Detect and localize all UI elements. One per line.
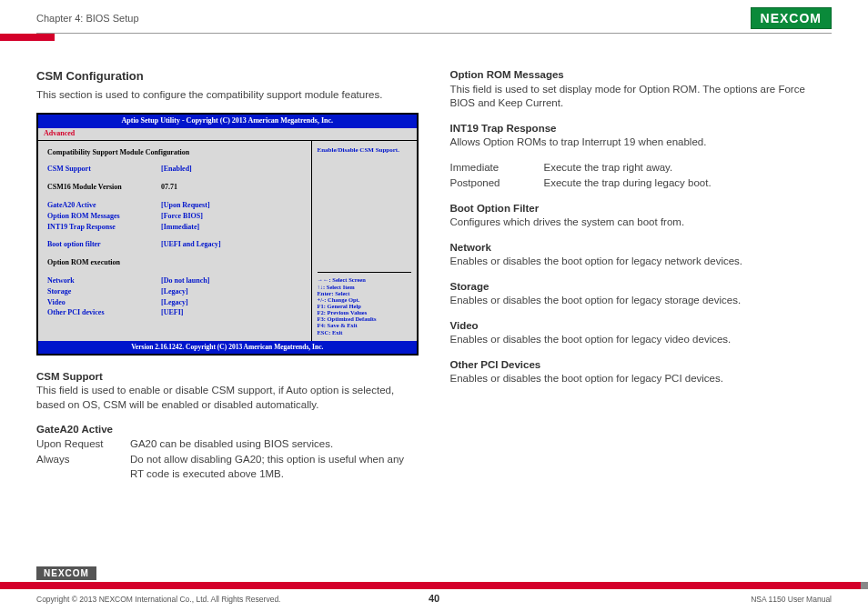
bios-row-label: CSM16 Module Version — [47, 183, 161, 193]
subheading: CSM Support — [36, 370, 419, 385]
bios-body: Compatibility Support Module Configurati… — [38, 141, 417, 341]
bios-row-value[interactable]: [Legacy] — [161, 298, 188, 308]
paragraph: Enables or disables the boot option for … — [450, 255, 833, 269]
bios-row-label[interactable]: GateA20 Active — [47, 201, 161, 211]
section-intro: This section is used to configure the co… — [36, 88, 419, 103]
copyright-text: Copyright © 2013 NEXCOM International Co… — [36, 595, 280, 604]
bios-row-label[interactable]: Boot option filter — [47, 240, 161, 250]
bios-key-legend: →←: Select Screen ↑↓: Select Item Enter:… — [318, 272, 411, 335]
page-header: Chapter 4: BIOS Setup NEXCOM — [0, 0, 868, 33]
brand-logo: NEXCOM — [751, 7, 832, 29]
footer-red-bar — [0, 582, 868, 589]
subheading: GateA20 Active — [36, 423, 419, 437]
subheading: Network — [450, 241, 833, 255]
definition-table: Upon RequestGA20 can be disabled using B… — [36, 437, 419, 482]
bios-row-label[interactable]: Storage — [47, 287, 161, 297]
right-column: Option ROM Messages This field is used t… — [450, 68, 833, 492]
bios-row-value[interactable]: [UEFI] — [161, 308, 183, 318]
bios-row-value[interactable]: [Force BIOS] — [161, 212, 203, 222]
subheading: Storage — [450, 280, 833, 295]
content-columns: CSM Configuration This section is used t… — [0, 41, 868, 492]
bios-row-value[interactable]: [Enabled] — [161, 165, 192, 175]
bios-row-label[interactable]: Other PCI devices — [47, 308, 161, 318]
corner-squares — [853, 582, 868, 589]
bios-title-bar: Aptio Setup Utility - Copyright (C) 2013… — [38, 115, 417, 128]
paragraph: Allows Option ROMs to trap Interrupt 19 … — [450, 135, 833, 150]
subheading: Boot Option Filter — [450, 202, 833, 216]
bios-row-label[interactable]: Video — [47, 298, 161, 308]
chapter-title: Chapter 4: BIOS Setup — [36, 13, 139, 24]
bios-help-text: Enable/Disable CSM Support. — [318, 146, 411, 155]
bios-tab-advanced[interactable]: Advanced — [38, 128, 417, 141]
bios-row-label[interactable]: CSM Support — [47, 165, 161, 175]
paragraph: This field is used to set display mode f… — [450, 83, 833, 111]
paragraph: Enables or disables the boot option for … — [450, 372, 833, 386]
def-val: Do not allow disabling GA20; this option… — [130, 453, 419, 481]
footer-brand-logo: NEXCOM — [36, 566, 96, 580]
bios-row-label[interactable]: INT19 Trap Response — [47, 223, 161, 233]
header-rule — [36, 33, 832, 34]
bios-row-value[interactable]: [Immediate] — [161, 223, 199, 233]
def-val: GA20 can be disabled using BIOS services… — [130, 437, 419, 452]
bios-footer-bar: Version 2.16.1242. Copyright (C) 2013 Am… — [38, 341, 417, 354]
page-number: 40 — [429, 593, 439, 604]
bios-settings-panel: Compatibility Support Module Configurati… — [38, 141, 312, 341]
bios-row-value[interactable]: [UEFI and Legacy] — [161, 240, 221, 250]
definition-table: ImmediateExecute the trap right away. Po… — [450, 161, 833, 191]
bios-row-value: 07.71 — [161, 183, 177, 193]
bios-row-label[interactable]: Network — [47, 276, 161, 286]
subheading: Option ROM Messages — [450, 68, 833, 83]
bios-section-heading: Compatibility Support Module Configurati… — [47, 148, 302, 158]
subheading: INT19 Trap Response — [450, 122, 833, 136]
red-accent-bar — [0, 34, 55, 41]
def-key: Postponed — [450, 176, 537, 191]
bios-row-value[interactable]: [Upon Request] — [161, 201, 210, 211]
paragraph: Enables or disables the boot option for … — [450, 333, 833, 347]
bios-row-value[interactable]: [Do not launch] — [161, 276, 209, 286]
paragraph: This field is used to enable or disable … — [36, 384, 419, 412]
paragraph: Enables or disables the boot option for … — [450, 294, 833, 308]
left-column: CSM Configuration This section is used t… — [36, 68, 419, 492]
bios-help-panel: Enable/Disable CSM Support. →←: Select S… — [312, 141, 417, 341]
def-val: Execute the trap right away. — [544, 161, 833, 175]
def-key: Immediate — [450, 161, 537, 175]
paragraph: Configures which drives the system can b… — [450, 215, 833, 230]
subheading: Other PCI Devices — [450, 358, 833, 373]
bios-row-label[interactable]: Option ROM Messages — [47, 212, 161, 222]
bios-screenshot: Aptio Setup Utility - Copyright (C) 2013… — [36, 113, 419, 356]
subheading: Video — [450, 319, 833, 334]
def-val: Execute the trap during legacy boot. — [544, 176, 833, 191]
section-title: CSM Configuration — [36, 68, 419, 85]
bios-row-label: Option ROM execution — [47, 258, 161, 268]
bios-row-value[interactable]: [Legacy] — [161, 287, 188, 297]
doc-title: NSA 1150 User Manual — [751, 595, 832, 604]
def-key: Upon Request — [36, 437, 123, 452]
def-key: Always — [36, 453, 123, 481]
